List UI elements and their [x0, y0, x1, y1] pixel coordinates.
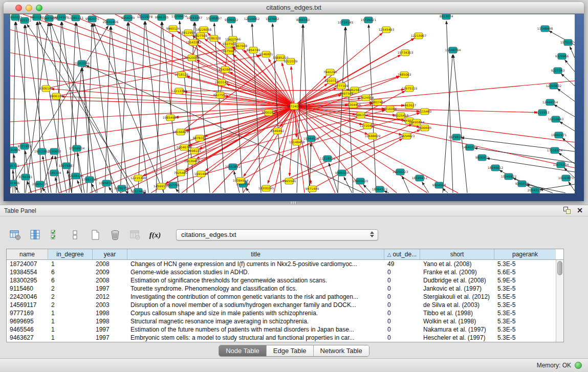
table-cell: Estimation of significance thresholds fo…: [127, 276, 384, 285]
table-select-dropdown[interactable]: citations_edges.txt: [176, 229, 378, 240]
table-row[interactable]: 1872400712008Changes of HCN gene express…: [7, 260, 556, 268]
network-node-label: 2718126: [175, 73, 189, 76]
table-body: 1872400712008Changes of HCN gene express…: [7, 260, 556, 342]
table-row[interactable]: 911546021997Tourette syndrome. Phenomeno…: [7, 285, 556, 293]
network-node-label: 15726021: [361, 18, 377, 21]
network-node-label: 9463627: [403, 103, 417, 107]
network-node-label: 11548498: [537, 27, 553, 30]
column-header-year[interactable]: year: [93, 249, 127, 259]
column-header-pagerank[interactable]: pagerank: [494, 249, 556, 259]
select-all-icon[interactable]: [49, 229, 61, 241]
network-node-label: 9885334: [335, 171, 349, 174]
table-row[interactable]: 1830029562008Estimation of significance …: [7, 276, 556, 285]
network-edge: [162, 22, 179, 193]
table-row[interactable]: 977716911998Corpus callosum shape and si…: [7, 309, 556, 317]
network-node-label: 25905135: [32, 182, 48, 186]
table-cell: 5.3E-5: [494, 285, 556, 293]
network-node-label: 2405572: [18, 18, 32, 22]
table-cell: 0: [384, 334, 420, 342]
table-row[interactable]: 969969511998Structural magnetic resonanc…: [7, 317, 556, 325]
network-node-label: 15885210: [273, 56, 289, 59]
network-node-label: 9931906: [10, 181, 20, 185]
network-edge: [561, 74, 575, 86]
window-titlebar[interactable]: citations_edges.txt: [4, 2, 584, 14]
network-node-label: 8878335: [193, 136, 207, 140]
column-header-out-degree[interactable]: △out_de...: [384, 249, 420, 259]
network-node-label: 8331955: [18, 144, 32, 148]
network-node-label: 19654923: [399, 134, 415, 138]
table-row[interactable]: 946554611997Estimation of the future num…: [7, 325, 556, 334]
network-node-label: 9960124: [166, 27, 180, 30]
close-panel-icon[interactable]: ✕: [577, 207, 583, 214]
network-edge: [42, 188, 46, 193]
table-row[interactable]: 1456911722003Disruption of a novel membe…: [7, 301, 556, 309]
network-node-label: 8549492: [271, 129, 285, 133]
delete-columns-icon[interactable]: [109, 229, 121, 241]
table-cell: Investigating the contribution of common…: [127, 293, 384, 301]
network-edge: [557, 89, 575, 101]
column-header-in-degree[interactable]: in_degree: [48, 249, 93, 259]
network-node-label: 7940245: [323, 70, 337, 74]
network-node-label: 9231906: [10, 148, 20, 151]
resize-handle-icon[interactable]: [290, 202, 297, 204]
network-node-label: 10025458: [393, 114, 409, 117]
show-columns-icon[interactable]: [29, 229, 41, 241]
table-vertical-scrollbar[interactable]: [556, 260, 563, 342]
network-node-label: 9106522: [225, 18, 238, 21]
network-node-label: 16046748: [177, 145, 192, 149]
table-row[interactable]: 946362711997Embryonic stem cells: a mode…: [7, 334, 556, 342]
network-canvas[interactable]: 9050021240557289031871048799596345051138…: [10, 14, 575, 193]
table-cell: 1: [48, 317, 93, 325]
delete-table-icon[interactable]: [129, 229, 141, 241]
float-panel-icon[interactable]: [563, 207, 571, 214]
table-panel: Table Panel ✕ f(x): [0, 205, 588, 372]
network-node-label: 9306140: [39, 86, 53, 90]
network-edge: [28, 106, 294, 193]
table-cell: 2: [48, 293, 93, 301]
new-column-icon[interactable]: [89, 229, 101, 241]
column-header-name[interactable]: name: [7, 249, 48, 259]
scrollbar-thumb[interactable]: [557, 261, 562, 275]
function-builder-icon[interactable]: f(x): [149, 229, 161, 241]
network-node-label: 16495844: [409, 120, 425, 124]
network-node-label: 8300202: [262, 111, 276, 114]
panel-resize-strip[interactable]: [0, 201, 588, 205]
network-node-label: 10719145: [338, 20, 354, 24]
deselect-all-icon[interactable]: [69, 229, 81, 241]
network-node-label: 18724007: [287, 104, 302, 108]
column-header-short[interactable]: short: [420, 249, 494, 259]
network-edge: [453, 55, 467, 193]
table-cell: 22420046: [7, 293, 48, 301]
network-node-label: 8912954: [182, 31, 195, 34]
column-header-title[interactable]: title: [127, 249, 384, 259]
tab-node-table[interactable]: Node Table: [219, 345, 267, 356]
dropdown-arrows-icon: [370, 231, 374, 237]
network-node-label: 8675685: [223, 49, 236, 53]
table-row[interactable]: 1938455462009Genome-wide association stu…: [7, 268, 556, 276]
network-node-label: 17359934: [69, 146, 85, 150]
network-node-label: 10653287: [187, 16, 203, 19]
table-mode-icon[interactable]: [9, 229, 21, 241]
network-node-label: 21053346: [74, 61, 90, 65]
table-cell: Yano et al. (2008): [420, 260, 494, 268]
network-node-label: 9777169: [335, 84, 349, 87]
network-node-label: 1145194: [48, 171, 61, 174]
network-edge: [37, 22, 41, 193]
table-cell: Nakamura et al. (1997): [420, 325, 494, 334]
tab-edge-table[interactable]: Edge Table: [267, 345, 314, 356]
network-node-label: 11675334: [553, 163, 569, 166]
network-node-label: 17016504: [547, 148, 563, 152]
tab-network-table[interactable]: Network Table: [314, 345, 369, 356]
network-edge: [562, 138, 575, 148]
network-node-label: 12720407: [360, 124, 376, 127]
network-edge: [384, 191, 389, 193]
table-cell: 0: [384, 285, 420, 293]
table-cell: 5.3E-5: [494, 325, 556, 334]
network-edge: [443, 55, 452, 193]
table-cell: 5.9E-5: [494, 276, 556, 285]
table-row[interactable]: 2242004622012Investigating the contribut…: [7, 293, 556, 301]
network-node-label: 8186328: [207, 36, 221, 40]
network-window: citations_edges.txt 90500212405572890318…: [4, 2, 584, 201]
table-cell: 9699695: [7, 317, 48, 325]
network-node-label: 12975115: [402, 86, 418, 90]
